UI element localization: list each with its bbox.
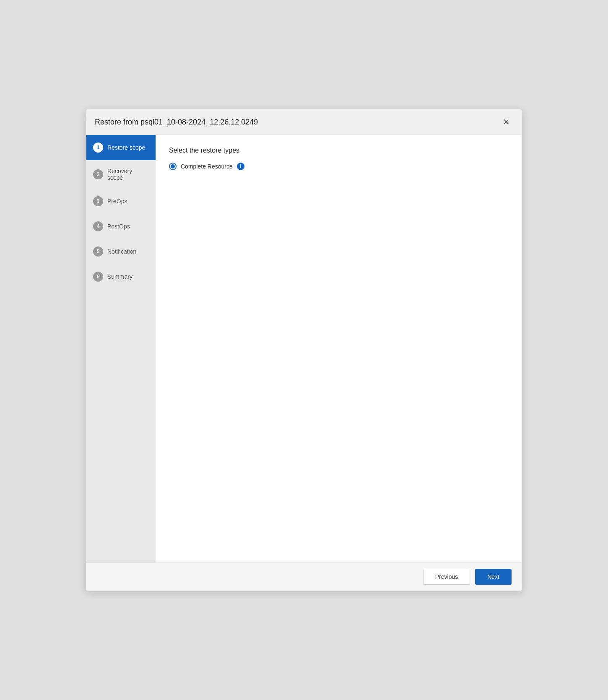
sidebar-item-label-2: Recovery scope [107,168,149,181]
close-button[interactable]: ✕ [499,116,513,128]
sidebar-item-notification[interactable]: 5 Notification [86,239,156,264]
radio-complete-resource[interactable] [169,163,177,170]
step-number-1: 1 [93,143,103,153]
step-number-3: 3 [93,196,103,206]
restore-option-label: Complete Resource [181,163,233,170]
dialog-title: Restore from psql01_10-08-2024_12.26.12.… [95,118,258,127]
restore-option-complete-resource: Complete Resource i [169,163,508,170]
sidebar-item-label-4: PostOps [107,223,130,230]
restore-dialog: Restore from psql01_10-08-2024_12.26.12.… [86,109,522,591]
section-title: Select the restore types [169,147,508,154]
sidebar-item-restore-scope[interactable]: 1 Restore scope [86,135,156,160]
previous-button[interactable]: Previous [423,569,470,585]
sidebar-item-label-3: PreOps [107,198,127,205]
dialog-header: Restore from psql01_10-08-2024_12.26.12.… [86,109,522,135]
sidebar: 1 Restore scope 2 Recovery scope 3 PreOp… [86,135,156,563]
dialog-footer: Previous Next [86,563,522,591]
sidebar-item-label-6: Summary [107,273,133,280]
dialog-body: 1 Restore scope 2 Recovery scope 3 PreOp… [86,135,522,563]
sidebar-item-summary[interactable]: 6 Summary [86,264,156,289]
sidebar-item-label-1: Restore scope [107,144,145,151]
main-content: Select the restore types Complete Resour… [156,135,522,563]
next-button[interactable]: Next [475,569,512,585]
step-number-5: 5 [93,246,103,257]
content-area: Select the restore types Complete Resour… [156,135,522,563]
step-number-6: 6 [93,272,103,282]
step-number-2: 2 [93,169,103,179]
step-number-4: 4 [93,221,103,231]
sidebar-item-postops[interactable]: 4 PostOps [86,214,156,239]
sidebar-item-preops[interactable]: 3 PreOps [86,189,156,214]
sidebar-item-recovery-scope[interactable]: 2 Recovery scope [86,160,156,189]
info-icon[interactable]: i [237,163,244,170]
sidebar-item-label-5: Notification [107,248,136,255]
